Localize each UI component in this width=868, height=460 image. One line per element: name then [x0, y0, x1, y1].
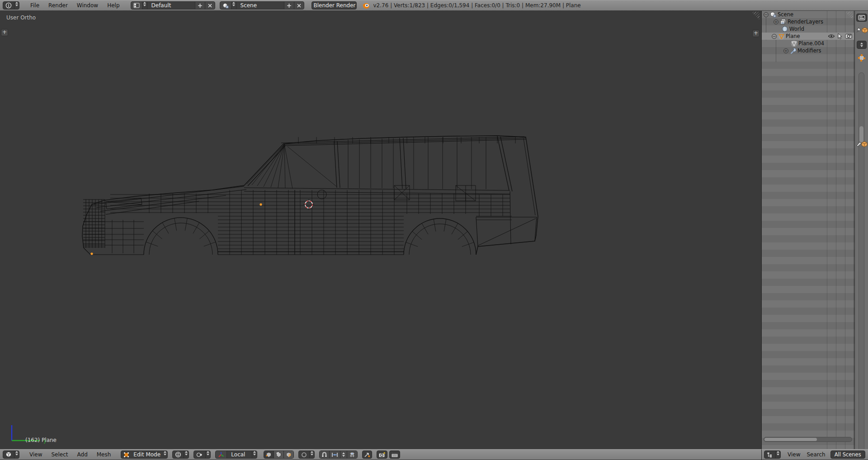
- outliner-right-edge: [854, 11, 854, 449]
- spinner-arrows-icon[interactable]: [14, 2, 19, 9]
- select-mode-buttons: [264, 451, 294, 459]
- renderability-camera-icon[interactable]: [845, 33, 852, 39]
- spinner-arrows-icon[interactable]: [231, 2, 236, 9]
- info-editor-icon: [3, 2, 14, 9]
- info-header-bar: File Render Window Help Default Scene: [0, 0, 868, 11]
- mode-dropdown[interactable]: Edit Mode: [121, 451, 168, 459]
- pin-icon[interactable]: [856, 26, 862, 33]
- spinner-arrows-icon[interactable]: [776, 451, 780, 458]
- screen-layout-field[interactable]: Default: [147, 2, 195, 9]
- visibility-eye-icon[interactable]: [828, 33, 835, 39]
- expand-icon[interactable]: +: [774, 19, 778, 24]
- add-layout-button[interactable]: [195, 2, 205, 9]
- face-select-mode-button[interactable]: [284, 451, 293, 458]
- spinner-arrows-icon[interactable]: [340, 451, 347, 458]
- world-icon: [782, 26, 788, 32]
- outliner-menu-search[interactable]: Search: [803, 451, 828, 458]
- outliner-header: View Search All Scenes: [761, 449, 868, 460]
- spinner-arrows-icon[interactable]: [857, 41, 867, 49]
- menu-mesh[interactable]: Mesh: [92, 451, 116, 458]
- scene-field[interactable]: Scene: [236, 2, 284, 9]
- spinner-arrows-icon: [163, 451, 167, 458]
- proportional-edit-dropdown[interactable]: [298, 451, 315, 459]
- outliner-menu-view[interactable]: View: [784, 451, 803, 458]
- properties-region-expand-button[interactable]: +: [752, 30, 760, 37]
- blender-window: { "topbar": { "menus": ["File", "Render"…: [0, 0, 868, 460]
- manipulator-axes-icon[interactable]: [216, 451, 227, 458]
- outliner-item-label[interactable]: World: [789, 26, 804, 32]
- object-context-cube-icon[interactable]: [862, 27, 868, 33]
- outliner-row-renderlayers[interactable]: + RenderLayers: [762, 18, 854, 25]
- outliner-filter-value: All Scenes: [835, 451, 861, 458]
- screen-layout-icon[interactable]: [131, 2, 142, 9]
- opengl-render-animation-button[interactable]: [389, 451, 400, 459]
- 3d-viewport[interactable]: User Ortho + + y (162) Plane: [0, 11, 761, 449]
- proportional-edit-icon: [299, 451, 310, 458]
- toolshelf-expand-button[interactable]: +: [1, 29, 8, 36]
- snap-element-icon[interactable]: [330, 451, 340, 458]
- pivot-point-dropdown[interactable]: [193, 451, 211, 459]
- orientation-field[interactable]: Local: [227, 451, 252, 458]
- outliner-row-scene[interactable]: − Scene: [762, 11, 854, 18]
- outliner-row-plane[interactable]: − Plane: [762, 33, 854, 40]
- screen-layout-selector[interactable]: Default: [131, 1, 215, 9]
- collapse-icon[interactable]: −: [772, 34, 777, 39]
- menu-file[interactable]: File: [26, 2, 44, 9]
- opengl-render-image-button[interactable]: [377, 451, 387, 459]
- snap-magnet-icon[interactable]: [320, 451, 330, 458]
- car-wireframe-model: [0, 11, 761, 449]
- outliner-column-divider: [836, 11, 836, 449]
- menu-view[interactable]: View: [25, 451, 47, 458]
- outliner-item-label[interactable]: Plane: [786, 33, 800, 39]
- delete-layout-button[interactable]: [205, 2, 215, 9]
- scene-icon[interactable]: [220, 2, 231, 9]
- cube-tab-icon[interactable]: [861, 141, 868, 147]
- delete-scene-button[interactable]: [294, 2, 304, 9]
- editor-type-selector-3dview[interactable]: [3, 451, 19, 459]
- collapse-icon[interactable]: −: [764, 12, 769, 17]
- edit-mode-icon: [121, 451, 132, 458]
- render-engine-dropdown[interactable]: Blender Render: [311, 1, 357, 9]
- scene-selector[interactable]: Scene: [220, 1, 304, 9]
- outliner-item-label[interactable]: Plane.004: [798, 40, 824, 47]
- selectability-cursor-icon[interactable]: [837, 33, 843, 39]
- menu-window[interactable]: Window: [72, 2, 103, 9]
- spinner-arrows-icon[interactable]: [142, 2, 147, 9]
- transform-orientation-group[interactable]: Local: [215, 451, 257, 459]
- vertex-group-data-icon[interactable]: [857, 53, 866, 62]
- editor-type-selector-info[interactable]: [3, 1, 19, 9]
- spinner-arrows-icon[interactable]: [14, 451, 19, 458]
- properties-panel-collapsed[interactable]: [854, 11, 868, 460]
- add-scene-button[interactable]: [284, 2, 294, 9]
- expand-icon[interactable]: +: [783, 48, 788, 53]
- outliner-panel[interactable]: − Scene + RenderLayers World − Plane: [761, 11, 854, 449]
- spinner-arrows-icon[interactable]: [206, 451, 210, 458]
- outliner-item-label[interactable]: Scene: [778, 11, 793, 18]
- edge-select-mode-button[interactable]: [274, 451, 284, 458]
- editor-type-selector-outliner[interactable]: [764, 451, 781, 459]
- snap-align-arrow-icon[interactable]: [362, 451, 372, 459]
- outliner-item-label[interactable]: RenderLayers: [788, 19, 823, 25]
- properties-vertical-scrollbar[interactable]: [859, 72, 864, 457]
- spinner-arrows-icon[interactable]: [310, 451, 314, 458]
- scrollbar-thumb[interactable]: [764, 438, 817, 441]
- properties-editor-icon[interactable]: [856, 14, 867, 22]
- menu-render[interactable]: Render: [44, 2, 72, 9]
- outliner-horizontal-scrollbar[interactable]: [764, 437, 852, 442]
- spinner-arrows-icon[interactable]: [184, 451, 189, 458]
- blender-logo-icon: [362, 2, 370, 9]
- 3dview-editor-cube-icon: [3, 451, 14, 458]
- outliner-editor-icon: [764, 451, 776, 458]
- outliner-row-modifiers[interactable]: + Modifiers: [762, 47, 854, 54]
- outliner-row-plane004[interactable]: Plane.004: [762, 40, 854, 47]
- menu-add[interactable]: Add: [73, 451, 92, 458]
- menu-select[interactable]: Select: [47, 451, 72, 458]
- menu-help[interactable]: Help: [103, 2, 124, 9]
- viewport-shading-dropdown[interactable]: [172, 451, 189, 459]
- outliner-item-label[interactable]: Modifiers: [797, 47, 821, 54]
- outliner-filter-dropdown[interactable]: All Scenes: [830, 451, 865, 459]
- vertex-select-mode-button[interactable]: [264, 451, 274, 458]
- outliner-row-world[interactable]: World: [762, 25, 854, 33]
- spinner-arrows-icon: [252, 451, 257, 458]
- snap-target-icon[interactable]: [347, 451, 357, 458]
